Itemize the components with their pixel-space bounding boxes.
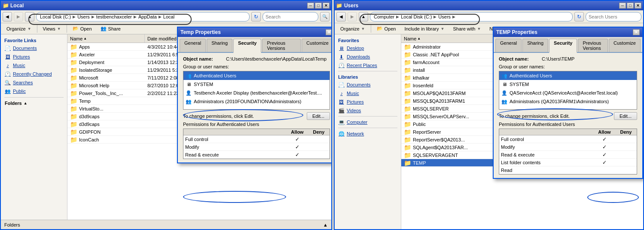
group-label-left: Group or user names: bbox=[183, 64, 330, 69]
props-title-right: TEMP Properties bbox=[496, 29, 537, 35]
sep2 bbox=[67, 25, 67, 33]
user-item-2-left[interactable]: 👤 Testbench Axceler Display (testbenchax… bbox=[183, 89, 330, 97]
tab-prev-versions-left[interactable]: Previous Versions bbox=[262, 39, 301, 52]
computer-icon-right: 💻 bbox=[338, 119, 345, 126]
perm-row-3-right: List folder contents ✓ bbox=[499, 159, 637, 166]
maximize-btn-right[interactable]: □ bbox=[627, 3, 634, 9]
user-item-3-left[interactable]: 👥 Administrators (2010FOUNDATION\Adminis… bbox=[183, 97, 330, 106]
window-title-left: Local bbox=[10, 3, 24, 9]
sidebar-item-public-left[interactable]: 👥 Public bbox=[1, 87, 67, 95]
back-btn-left[interactable]: ◀ bbox=[3, 12, 12, 21]
user-item-1-right[interactable]: 🖥 SYSTEM bbox=[499, 80, 637, 89]
organize-menu-left[interactable]: Organize ▼ bbox=[3, 25, 35, 33]
open-menu-left[interactable]: 📂 Open bbox=[69, 25, 96, 33]
sidebar-computer-right[interactable]: 💻 Computer bbox=[335, 118, 401, 126]
edit-btn-left[interactable]: Edit... bbox=[307, 112, 330, 120]
sidebar-network-right[interactable]: 🌐 Network bbox=[335, 129, 401, 138]
user-item-2-right[interactable]: 👤 QAServiceAcct (QAServiceAcct@AxcelerTe… bbox=[499, 89, 637, 97]
sidebar-item-recent-left[interactable]: 🕐 Recently Changed bbox=[1, 70, 67, 78]
user-icon-3-right: 👥 bbox=[501, 98, 508, 105]
up-btn-left[interactable]: ▲ bbox=[25, 12, 34, 21]
sidebar-docs-right[interactable]: 📄 Documents bbox=[335, 80, 401, 89]
user-icon-1-right: 🖥 bbox=[501, 81, 508, 88]
close-btn-right[interactable]: ✕ bbox=[635, 3, 641, 9]
tab-prev-versions-right[interactable]: Previous Versions bbox=[578, 39, 608, 52]
search-input-left[interactable] bbox=[262, 12, 318, 21]
forward-btn-left[interactable]: ▶ bbox=[14, 12, 23, 21]
search-btn-left[interactable]: 🔍 bbox=[320, 12, 330, 21]
obj-name-label-right: Object name: bbox=[499, 56, 542, 61]
props-tabs-left: General Sharing Security Previous Versio… bbox=[178, 37, 332, 53]
user-item-0-left[interactable]: 👥 Authenticated Users bbox=[183, 71, 330, 80]
network-icon-right: 🌐 bbox=[338, 130, 345, 137]
sidebar-divider-r1 bbox=[338, 71, 397, 71]
include-menu-right[interactable]: Include in library ▼ bbox=[400, 25, 448, 33]
back-btn-right[interactable]: ◀ bbox=[336, 12, 346, 21]
col-name-left[interactable]: Name ▲ bbox=[67, 34, 145, 43]
sidebar-item-searches-left[interactable]: 🔍 Searches bbox=[1, 78, 67, 87]
pic-icon: 🖼 bbox=[4, 53, 11, 60]
minimize-btn-left[interactable]: ─ bbox=[307, 3, 314, 9]
search-input-right[interactable] bbox=[586, 12, 641, 21]
sidebar-recent-right[interactable]: 🕐 Recent Places bbox=[335, 61, 401, 70]
folders-label[interactable]: Folders ▲ bbox=[1, 99, 67, 107]
views-menu-left[interactable]: Views ▼ bbox=[39, 25, 65, 33]
sep3 bbox=[371, 25, 371, 33]
music-icon-right: ♪ bbox=[338, 90, 345, 97]
props-tabs-right: General Sharing Security Previous Versio… bbox=[494, 37, 642, 53]
sidebar-item-music-left[interactable]: ♪ Music bbox=[1, 61, 67, 70]
perms-label-right: Permissions for Authenticated Users bbox=[499, 122, 637, 127]
tab-security-left[interactable]: Security bbox=[233, 39, 261, 53]
sidebar-right: Favorites 🖥 Desktop ⬇ Downloads 🕐 Recent… bbox=[335, 34, 401, 229]
addr-part-5: Local bbox=[163, 14, 174, 19]
tab-customize-right[interactable]: Customize bbox=[609, 39, 641, 52]
user-icon-0-left: 👥 bbox=[185, 72, 192, 79]
tab-sharing-right[interactable]: Sharing bbox=[522, 39, 548, 52]
tab-general-left[interactable]: General bbox=[180, 39, 206, 52]
status-arrow-up: ▲ bbox=[323, 222, 328, 227]
forward-btn-right[interactable]: ▶ bbox=[348, 12, 357, 21]
organize-menu-right[interactable]: Organize ▼ bbox=[336, 25, 369, 33]
col-name-right[interactable]: Name ▲ bbox=[401, 34, 496, 43]
share-menu-right[interactable]: Share with ▼ bbox=[449, 25, 485, 33]
sidebar-pictures-right[interactable]: 🖼 Pictures bbox=[335, 98, 401, 106]
props-close-btn-right[interactable]: ✕ bbox=[633, 29, 640, 35]
close-btn-left[interactable]: ✕ bbox=[323, 3, 330, 9]
share-menu-left[interactable]: 👥 Share bbox=[97, 25, 125, 33]
sidebar-title-left: Favorite Links bbox=[1, 36, 67, 44]
props-title-left: Temp Properties bbox=[180, 29, 221, 35]
minimize-btn-right[interactable]: ─ bbox=[619, 3, 626, 9]
up-btn-right[interactable]: ▲ bbox=[359, 12, 368, 21]
desktop-icon: 🖥 bbox=[338, 45, 345, 52]
tab-sharing-left[interactable]: Sharing bbox=[207, 39, 232, 52]
tab-security-right[interactable]: Security bbox=[549, 39, 577, 53]
user-icon-2-left: 👤 bbox=[185, 89, 192, 96]
sidebar-videos-right[interactable]: 🎬 Videos bbox=[335, 106, 401, 115]
perm-row-0-left: Full control ✓ bbox=[183, 135, 330, 143]
sidebar-item-pictures-left[interactable]: 🖼 Pictures bbox=[1, 52, 67, 61]
sidebar-music-right[interactable]: ♪ Music bbox=[335, 89, 401, 98]
edit-btn-right[interactable]: Edit... bbox=[614, 112, 637, 120]
user-list-left[interactable]: 👥 Authenticated Users 🖥 SYSTEM 👤 Testben… bbox=[183, 71, 330, 110]
props-close-btn-left[interactable]: ✕ bbox=[326, 29, 332, 35]
refresh-btn-right[interactable]: ↻ bbox=[574, 12, 584, 21]
public-icon: 👥 bbox=[4, 88, 11, 95]
user-item-3-right[interactable]: 👥 Administrators (QA2013FARM1\Administra… bbox=[499, 97, 637, 106]
window-icon-right: 📁 bbox=[336, 3, 342, 9]
sidebar-desktop-right[interactable]: 🖥 Desktop bbox=[335, 44, 401, 52]
user-item-1-left[interactable]: 🖥 SYSTEM bbox=[183, 80, 330, 89]
properties-dialog-left: Temp Properties ✕ General Sharing Securi… bbox=[177, 27, 332, 163]
tab-customize-left[interactable]: Customize bbox=[302, 39, 332, 52]
addr-part-3: testbenchaxceler bbox=[96, 14, 132, 19]
sidebar-item-documents-left[interactable]: 📄 Documents bbox=[1, 44, 67, 52]
tab-general-right[interactable]: General bbox=[495, 39, 522, 52]
open-menu-right[interactable]: 📂 Open bbox=[373, 25, 400, 33]
refresh-btn-left[interactable]: ↻ bbox=[251, 12, 261, 21]
maximize-btn-left[interactable]: □ bbox=[315, 3, 322, 9]
address-bar-right[interactable]: Computer ▶ Local Disk (C:) ▶ Users ▶ bbox=[370, 12, 573, 21]
user-list-right[interactable]: 👥 Authenticated Users 🖥 SYSTEM 👤 QAServi… bbox=[499, 71, 637, 110]
perm-row-2-left: Read & execute ✓ bbox=[183, 151, 330, 159]
sidebar-downloads-right[interactable]: ⬇ Downloads bbox=[335, 52, 401, 61]
user-item-0-right[interactable]: 👥 Authenticated Users bbox=[499, 71, 637, 80]
address-bar-left[interactable]: Local Disk (C:) ▶ Users ▶ testbenchaxcel… bbox=[36, 12, 250, 21]
